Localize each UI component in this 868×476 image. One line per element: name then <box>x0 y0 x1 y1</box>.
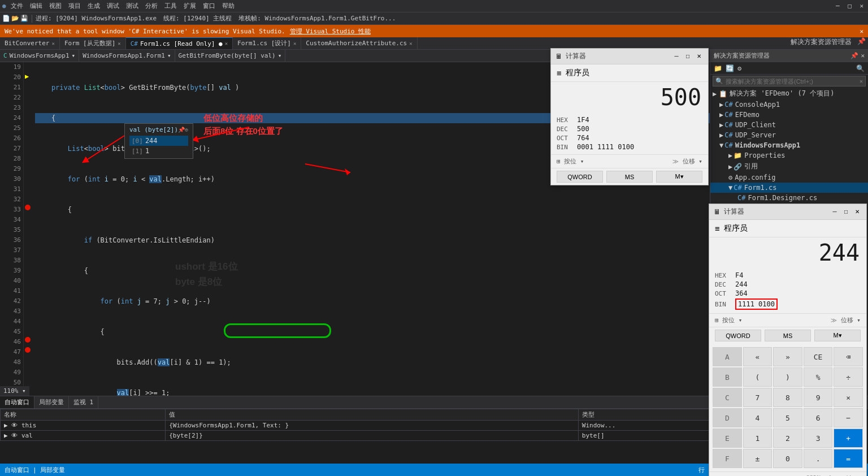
tab-bitconverter[interactable]: BitConverter ✕ <box>0 37 60 49</box>
debug-menu[interactable]: 调试 <box>105 2 121 10</box>
member-selector[interactable]: GetBitFromByte(byte[] val) ▾ <box>175 50 286 62</box>
method-selector[interactable]: WindowsFormsApp1.Form1 ▾ <box>79 50 175 62</box>
key-CE[interactable]: CE <box>804 347 833 366</box>
new-icon[interactable]: 📄 <box>2 15 10 22</box>
calculator-244[interactable]: 🖩 计算器 ─ □ ✕ ≡ 程序员 244 HEX F4 DEC 244 <box>709 204 867 476</box>
calculator-500[interactable]: 🖩 计算器 ─ □ ✕ ≡ 程序员 500 HEX 1F4 DEC 500 <box>550 48 709 185</box>
m-btn[interactable]: M▾ <box>814 330 861 341</box>
build-menu[interactable]: 生成 <box>85 2 102 10</box>
tree-consoleapp1[interactable]: ▶ C# ConsoleApp1 <box>710 99 868 110</box>
tree-windowsforms[interactable]: ▼ C# WindowsFormsApp1 <box>710 140 868 150</box>
qword-btn[interactable]: QWORD <box>715 330 761 341</box>
tree-appconfig[interactable]: ⚙ App.config <box>710 172 868 183</box>
solution-panel-toggle[interactable]: 解决方案资源管理器 <box>787 37 855 49</box>
tab-close-icon[interactable]: ✕ <box>51 41 54 46</box>
key-dot[interactable]: . <box>804 449 833 468</box>
tab-form1-readonly[interactable]: C# Form1.cs [Read Only] ● ✕ <box>126 37 233 49</box>
calc-min-btn[interactable]: ─ <box>672 52 681 61</box>
tab-form-meta[interactable]: Form [从元数据] ✕ <box>60 37 126 49</box>
tooltip-pin[interactable]: 📌 <box>178 127 185 133</box>
tooltip-item-1[interactable]: [1] 1 <box>129 146 188 156</box>
key-A[interactable]: A <box>713 347 742 366</box>
tooltip-expand[interactable]: ⊕ <box>185 127 188 133</box>
key-E[interactable]: E <box>713 429 742 448</box>
menu-icon[interactable]: ≡ <box>715 224 719 233</box>
view-menu[interactable]: 视图 <box>47 2 64 10</box>
m-btn[interactable]: M▾ <box>656 171 702 183</box>
tree-references[interactable]: ▶ 🔗 引用 <box>710 161 868 172</box>
info-close[interactable]: ✕ <box>860 28 863 35</box>
help-menu[interactable]: 帮助 <box>220 2 237 10</box>
expand-icon[interactable]: ▶ <box>4 422 8 429</box>
save-icon[interactable]: 💾 <box>20 15 28 22</box>
max-btn[interactable]: □ <box>845 2 854 10</box>
menu-icon[interactable]: ≡ <box>557 68 561 77</box>
key-add[interactable]: + <box>834 429 863 448</box>
tooltip-item-0[interactable]: [0] 244 <box>129 136 188 146</box>
key-equals[interactable]: = <box>834 449 863 468</box>
file-menu[interactable]: 文件 <box>8 2 25 10</box>
calc-min-btn[interactable]: ─ <box>830 207 839 217</box>
se-tool-4[interactable]: 🔍 <box>855 63 866 73</box>
tools-menu[interactable]: 工具 <box>162 2 179 10</box>
bitgroup-btn[interactable]: ⊞ 按位 ▾ <box>557 157 584 166</box>
key-percent[interactable]: % <box>804 367 833 387</box>
bitgroup-btn[interactable]: ⊞ 按位 ▾ <box>715 316 743 324</box>
expand-icon[interactable]: ▶ <box>4 432 8 439</box>
key-plusminus[interactable]: ± <box>743 449 772 468</box>
key-9[interactable]: 9 <box>804 388 833 407</box>
ms-btn[interactable]: MS <box>765 330 811 341</box>
key-7[interactable]: 7 <box>743 388 772 407</box>
tab-form1-design[interactable]: Form1.cs [设计] ✕ <box>233 37 301 49</box>
tab-close-icon[interactable]: ✕ <box>409 41 412 46</box>
se-tool-2[interactable]: 🔄 <box>724 63 735 73</box>
shift-btn[interactable]: ≫ 位移 ▾ <box>831 316 861 324</box>
key-div[interactable]: ÷ <box>834 367 863 387</box>
key-8[interactable]: 8 <box>773 388 802 407</box>
key-1[interactable]: 1 <box>743 429 772 448</box>
panel-pin[interactable]: 📌 <box>855 37 868 49</box>
se-close-btn[interactable]: ✕ <box>861 52 865 59</box>
se-tool-3[interactable]: ⚙ <box>736 63 743 73</box>
key-D[interactable]: D <box>713 408 742 427</box>
analyze-menu[interactable]: 分析 <box>143 2 160 10</box>
shift-btn[interactable]: ≫ 位移 ▾ <box>672 157 702 166</box>
tab-close-icon[interactable]: ✕ <box>293 41 296 46</box>
extensions-menu[interactable]: 扩展 <box>181 2 198 10</box>
calc-max-btn[interactable]: □ <box>683 52 692 61</box>
tree-form1-designer[interactable]: C# Form1.Designer.cs <box>710 193 868 203</box>
se-pin-btn[interactable]: 📌 <box>850 52 858 59</box>
class-selector[interactable]: C WindowsFormsApp1 ▾ <box>0 50 79 62</box>
calc-close-btn[interactable]: ✕ <box>695 52 704 61</box>
calc-max-btn[interactable]: □ <box>841 207 850 217</box>
manage-link[interactable]: 管理 Visual Studio 性能 <box>290 27 371 36</box>
project-menu[interactable]: 项目 <box>66 2 83 10</box>
tab-locals[interactable]: 局部变量 <box>34 396 69 408</box>
tree-solution[interactable]: ▶ 📋 解决方案 'EFDemo' (7 个项目) <box>710 88 868 99</box>
edit-menu[interactable]: 编辑 <box>28 2 45 10</box>
solution-search-input[interactable] <box>726 78 860 85</box>
min-btn[interactable]: ─ <box>834 2 842 10</box>
key-B[interactable]: B <box>713 367 742 387</box>
key-sub[interactable]: − <box>834 408 863 427</box>
key-2[interactable]: 2 <box>773 429 802 448</box>
open-icon[interactable]: 📂 <box>11 15 19 22</box>
tab-close-icon[interactable]: ✕ <box>225 41 228 46</box>
tree-form1[interactable]: ▼ C# Form1.cs <box>710 183 868 193</box>
key-6[interactable]: 6 <box>804 408 833 427</box>
key-C[interactable]: C <box>713 388 742 407</box>
window-menu[interactable]: 窗口 <box>201 2 218 10</box>
key-4[interactable]: 4 <box>743 408 772 427</box>
search-clear-icon[interactable]: ✕ <box>860 78 863 84</box>
test-menu[interactable]: 测试 <box>124 2 141 10</box>
tab-auto[interactable]: 自动窗口 <box>0 396 34 408</box>
key-close-paren[interactable]: ) <box>773 367 802 387</box>
tree-udpserver[interactable]: ▶ C# UDP_Server <box>710 130 868 140</box>
qword-btn[interactable]: QWORD <box>557 171 603 183</box>
close-btn[interactable]: ✕ <box>857 2 866 10</box>
calc-close-btn[interactable]: ✕ <box>853 207 862 217</box>
key-5[interactable]: 5 <box>773 408 802 427</box>
se-tool-1[interactable]: 📁 <box>713 63 723 73</box>
ms-btn[interactable]: MS <box>606 171 653 183</box>
tab-customauth[interactable]: CustomAuthorizeAttribute.cs ✕ <box>301 37 417 49</box>
